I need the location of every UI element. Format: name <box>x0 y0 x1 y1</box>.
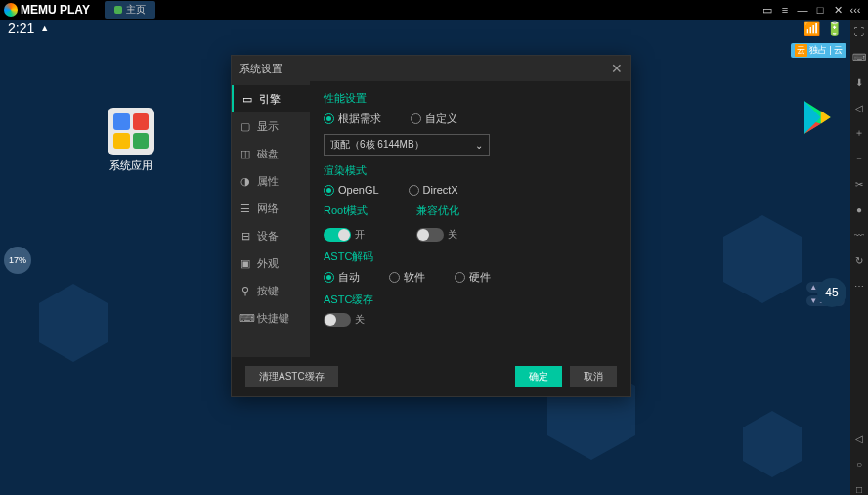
perf-custom-radio[interactable]: 自定义 <box>411 112 457 126</box>
nav-recent-icon[interactable]: □ <box>853 483 865 495</box>
nav-appearance[interactable]: ▣外观 <box>232 249 310 277</box>
minimize-icon[interactable]: — <box>794 4 811 16</box>
location-icon[interactable]: ◁ <box>853 102 865 113</box>
device-icon: ⊟ <box>239 230 251 243</box>
app-logo: MEMU PLAY <box>4 3 90 17</box>
emulator-toolbar: ⛶ ⌨ ⬇ ◁ ＋ － ✂ ● 〰 ↻ ⋯ ◁ ○ □ <box>850 20 868 495</box>
svg-marker-0 <box>39 284 108 362</box>
screenshot-icon[interactable]: ✂ <box>853 178 865 190</box>
app-label: 系统应用 <box>108 158 154 173</box>
chevron-down-icon: ⌄ <box>475 140 483 151</box>
nav-device[interactable]: ⊟设备 <box>232 222 310 249</box>
rotate-icon[interactable]: ↻ <box>853 254 865 266</box>
render-opengl-radio[interactable]: OpenGL <box>324 184 379 196</box>
astc-decode-title: ASTC解码 <box>324 249 617 264</box>
play-store-icon[interactable] <box>800 98 839 137</box>
dialog-close-icon[interactable]: ✕ <box>611 61 623 76</box>
tab-active-icon <box>114 6 122 14</box>
tab-label: 主页 <box>126 3 146 17</box>
svg-marker-3 <box>743 411 802 477</box>
dialog-header: 系统设置 ✕ <box>232 56 630 81</box>
svg-marker-2 <box>723 215 802 303</box>
root-section-title: Root模式 <box>324 203 368 218</box>
astc-cache-toggle[interactable] <box>324 313 351 327</box>
logo-text: MEMU PLAY <box>21 3 90 17</box>
perf-preset-radio[interactable]: 根据需求 <box>324 112 381 126</box>
engine-icon: ▭ <box>241 93 253 106</box>
astc-cache-title: ASTC缓存 <box>324 292 617 307</box>
shortcuts-icon: ⌨ <box>239 312 251 325</box>
nav-home-icon[interactable]: ○ <box>853 458 865 470</box>
record-icon[interactable]: ● <box>853 203 865 215</box>
ok-button[interactable]: 确定 <box>515 366 562 387</box>
nav-shortcuts[interactable]: ⌨快捷键 <box>232 304 310 332</box>
compat-toggle[interactable] <box>416 228 444 242</box>
settings-content: 性能设置 根据需求 自定义 顶配（6核 6144MB）⌄ 渲染模式 OpenGL… <box>310 81 630 357</box>
dialog-footer: 清理ASTC缓存 确定 取消 <box>232 357 630 396</box>
cloud-badge-text: 独占 | 云 <box>809 44 843 57</box>
settings-nav: ▭引擎 ▢显示 ◫磁盘 ◑属性 ☰网络 ⊟设备 ▣外观 ⚲按键 ⌨快捷键 <box>232 81 310 357</box>
network-icon: ☰ <box>239 202 251 215</box>
maximize-icon[interactable]: □ <box>811 4 829 16</box>
title-bar: MEMU PLAY 主页 ▭ ≡ — □ ✕ ‹‹‹ <box>0 0 868 20</box>
perf-preset-select[interactable]: 顶配（6核 6144MB）⌄ <box>324 134 490 156</box>
status-sim-icon: ▲ <box>40 23 49 33</box>
keys-icon: ⚲ <box>239 285 251 297</box>
astc-software-radio[interactable]: 软件 <box>389 270 425 285</box>
astc-auto-radio[interactable]: 自动 <box>324 270 360 285</box>
multi-instance-icon[interactable]: ▭ <box>759 4 776 17</box>
more-icon[interactable]: ‹‹‹ <box>846 4 864 16</box>
close-icon[interactable]: ✕ <box>829 4 846 17</box>
battery-badge[interactable]: 17% <box>4 247 31 274</box>
render-directx-radio[interactable]: DirectX <box>409 184 458 196</box>
fps-badge[interactable]: 45 <box>817 278 846 307</box>
nav-properties[interactable]: ◑属性 <box>232 167 310 195</box>
desktop-app-system[interactable]: 系统应用 <box>108 108 154 173</box>
wifi-icon: 📶 <box>803 21 820 36</box>
cancel-button[interactable]: 取消 <box>570 366 617 387</box>
nav-display[interactable]: ▢显示 <box>232 112 310 140</box>
appearance-icon: ▣ <box>239 257 251 270</box>
app-folder-icon <box>108 108 154 155</box>
disk-icon: ◫ <box>239 148 251 160</box>
render-section-title: 渲染模式 <box>324 163 617 178</box>
root-toggle[interactable] <box>324 228 351 242</box>
volume-up-icon[interactable]: ＋ <box>853 127 865 139</box>
more-tools-icon[interactable]: ⋯ <box>853 280 865 292</box>
dialog-title: 系统设置 <box>239 62 282 76</box>
logo-icon <box>4 3 18 17</box>
battery-icon: 🔋 <box>826 21 843 36</box>
settings-dialog: 系统设置 ✕ ▭引擎 ▢显示 ◫磁盘 ◑属性 ☰网络 ⊟设备 ▣外观 ⚲按键 ⌨… <box>231 55 631 397</box>
shake-icon[interactable]: 〰 <box>853 229 865 241</box>
properties-icon: ◑ <box>239 175 251 188</box>
display-icon: ▢ <box>239 120 251 133</box>
perf-section-title: 性能设置 <box>324 91 617 106</box>
astc-hardware-radio[interactable]: 硬件 <box>455 270 491 285</box>
cloud-badge[interactable]: 云 独占 | 云 <box>791 43 846 58</box>
compat-section-title: 兼容优化 <box>416 203 459 218</box>
fullscreen-icon[interactable]: ⛶ <box>853 25 865 37</box>
volume-down-icon[interactable]: － <box>853 153 865 164</box>
svg-marker-5 <box>804 101 821 133</box>
nav-network[interactable]: ☰网络 <box>232 195 310 222</box>
nav-engine[interactable]: ▭引擎 <box>232 85 310 112</box>
cloud-icon: 云 <box>795 44 807 57</box>
menu-icon[interactable]: ≡ <box>776 4 794 16</box>
svg-marker-6 <box>821 111 831 123</box>
android-status-bar: 2:21 ▲ 📶 🔋 <box>0 20 850 37</box>
nav-keys[interactable]: ⚲按键 <box>232 277 310 304</box>
clear-astc-button[interactable]: 清理ASTC缓存 <box>245 366 338 387</box>
tab-home[interactable]: 主页 <box>105 1 155 19</box>
nav-disk[interactable]: ◫磁盘 <box>232 140 310 167</box>
nav-back-icon[interactable]: ◁ <box>853 432 865 444</box>
install-apk-icon[interactable]: ⬇ <box>853 76 865 88</box>
keymap-icon[interactable]: ⌨ <box>853 51 865 63</box>
status-time: 2:21 <box>8 21 34 36</box>
